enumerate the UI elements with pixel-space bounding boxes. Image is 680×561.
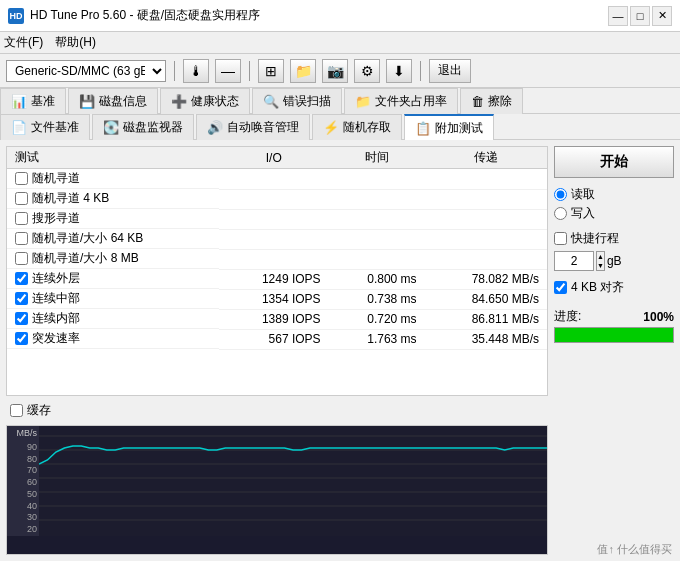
time-cell: 0.738 ms	[329, 289, 425, 309]
test-name-cell: 突发速率	[7, 329, 219, 349]
erase-icon: 🗑	[471, 94, 484, 109]
io-cell: 1249 IOPS	[219, 269, 329, 289]
row-checkbox[interactable]	[15, 272, 28, 285]
app-icon: HD	[8, 8, 24, 24]
y-80: 80	[9, 454, 37, 464]
read-radio[interactable]	[554, 188, 567, 201]
read-write-group: 读取 写入	[554, 186, 674, 222]
test-name-cell: 连续中部	[7, 289, 219, 309]
shortcut-row[interactable]: 快捷行程	[554, 230, 674, 247]
test-name-cell: 随机寻道	[7, 169, 219, 189]
table-row: 连续中部 1354 IOPS 0.738 ms 84.650 MB/s	[7, 289, 547, 309]
tabs-row1: 📊 基准 💾 磁盘信息 ➕ 健康状态 🔍 错误扫描 📁 文件夹占用率 🗑 擦除	[0, 88, 680, 114]
download-icon-btn[interactable]: ⬇	[386, 59, 412, 83]
cache-row: 缓存	[6, 400, 548, 421]
grid-icon-btn[interactable]: ⊞	[258, 59, 284, 83]
toolbar-separator2	[249, 61, 250, 81]
transfer-cell: 84.650 MB/s	[425, 289, 547, 309]
close-button[interactable]: ✕	[652, 6, 672, 26]
test-name: 随机寻道/大小 8 MB	[32, 250, 139, 267]
thermometer-icon-btn[interactable]: 🌡	[183, 59, 209, 83]
diskinfo-icon: 💾	[79, 94, 95, 109]
test-name-cell: 连续外层	[7, 269, 219, 289]
titlebar-controls: — □ ✕	[608, 6, 672, 26]
test-name-cell: 随机寻道 4 KB	[7, 189, 219, 209]
drive-select[interactable]: Generic-SD/MMC (63 gB)	[6, 60, 166, 82]
tab-folder-usage[interactable]: 📁 文件夹占用率	[344, 88, 458, 114]
cache-checkbox[interactable]	[10, 404, 23, 417]
test-table: 测试 I/O 时间 传递 随机寻道 随机寻道 4 KB	[7, 147, 547, 350]
folder-icon-btn[interactable]: 📁	[290, 59, 316, 83]
row-checkbox[interactable]	[15, 192, 28, 205]
menu-help[interactable]: 帮助(H)	[55, 34, 96, 51]
exit-button[interactable]: 退出	[429, 59, 471, 83]
time-cell	[329, 249, 425, 269]
spin-down-button[interactable]: ▼	[597, 261, 604, 270]
align-label: 4 KB 对齐	[571, 279, 624, 296]
menu-file[interactable]: 文件(F)	[4, 34, 43, 51]
shortcut-group: 快捷行程 ▲ ▼ gB	[554, 230, 674, 271]
tab-random-access[interactable]: ⚡ 随机存取	[312, 114, 402, 140]
tab-disk-monitor[interactable]: 💽 磁盘监视器	[92, 114, 194, 140]
tab-apm[interactable]: 🔊 自动唤音管理	[196, 114, 310, 140]
progress-text: 进度:	[554, 308, 581, 325]
transfer-cell	[425, 229, 547, 249]
row-checkbox[interactable]	[15, 212, 28, 225]
test-name: 连续外层	[32, 270, 80, 287]
read-radio-row[interactable]: 读取	[554, 186, 674, 203]
tab-error-scan[interactable]: 🔍 错误扫描	[252, 88, 342, 114]
test-name-cell: 连续内部	[7, 309, 219, 329]
col-transfer: 传递	[425, 147, 547, 169]
row-checkbox[interactable]	[15, 172, 28, 185]
test-name: 随机寻道/大小 64 KB	[32, 230, 143, 247]
chart-body: MB/s 90 80 70 60 50 40 30 20	[7, 426, 547, 536]
shortcut-checkbox[interactable]	[554, 232, 567, 245]
settings-icon-btn[interactable]: ⚙	[354, 59, 380, 83]
align-checkbox[interactable]	[554, 281, 567, 294]
shortcut-label: 快捷行程	[571, 230, 619, 247]
progress-label-row: 进度: 100%	[554, 308, 674, 325]
size-input[interactable]	[554, 251, 594, 271]
tab-benchmark[interactable]: 📊 基准	[0, 88, 66, 114]
filebench-icon: 📄	[11, 120, 27, 135]
tab-disk-info[interactable]: 💾 磁盘信息	[68, 88, 158, 114]
cache-label: 缓存	[27, 402, 51, 419]
transfer-cell: 35.448 MB/s	[425, 329, 547, 349]
dash-icon-btn[interactable]: —	[215, 59, 241, 83]
tabs-row2: 📄 文件基准 💽 磁盘监视器 🔊 自动唤音管理 ⚡ 随机存取 📋 附加测试	[0, 114, 680, 140]
tab-file-benchmark[interactable]: 📄 文件基准	[0, 114, 90, 140]
test-name: 搜形寻道	[32, 210, 80, 227]
transfer-cell	[425, 189, 547, 209]
tab-health[interactable]: ➕ 健康状态	[160, 88, 250, 114]
minimize-button[interactable]: —	[608, 6, 628, 26]
y-50: 50	[9, 489, 37, 499]
test-name: 随机寻道 4 KB	[32, 190, 109, 207]
table-row: 随机寻道/大小 64 KB	[7, 229, 547, 249]
tab-extra-tests[interactable]: 📋 附加测试	[404, 114, 494, 140]
test-name: 突发速率	[32, 330, 80, 347]
test-name: 连续中部	[32, 290, 80, 307]
row-checkbox[interactable]	[15, 252, 28, 265]
row-checkbox[interactable]	[15, 292, 28, 305]
test-name: 随机寻道	[32, 170, 80, 187]
tab-erase[interactable]: 🗑 擦除	[460, 88, 523, 114]
chart-canvas	[39, 426, 547, 536]
spin-control[interactable]: ▲ ▼	[596, 251, 605, 271]
time-cell	[329, 189, 425, 209]
row-checkbox[interactable]	[15, 332, 28, 345]
start-button[interactable]: 开始	[554, 146, 674, 178]
table-row: 随机寻道 4 KB	[7, 189, 547, 209]
row-checkbox[interactable]	[15, 232, 28, 245]
spin-up-button[interactable]: ▲	[597, 252, 604, 261]
write-radio-row[interactable]: 写入	[554, 205, 674, 222]
camera-icon-btn[interactable]: 📷	[322, 59, 348, 83]
row-checkbox[interactable]	[15, 312, 28, 325]
maximize-button[interactable]: □	[630, 6, 650, 26]
align-row[interactable]: 4 KB 对齐	[554, 279, 674, 296]
table-row: 连续外层 1249 IOPS 0.800 ms 78.082 MB/s	[7, 269, 547, 289]
write-radio[interactable]	[554, 207, 567, 220]
randomaccess-icon: ⚡	[323, 120, 339, 135]
table-row: 连续内部 1389 IOPS 0.720 ms 86.811 MB/s	[7, 309, 547, 329]
time-cell: 0.800 ms	[329, 269, 425, 289]
test-table-container: 测试 I/O 时间 传递 随机寻道 随机寻道 4 KB	[6, 146, 548, 396]
